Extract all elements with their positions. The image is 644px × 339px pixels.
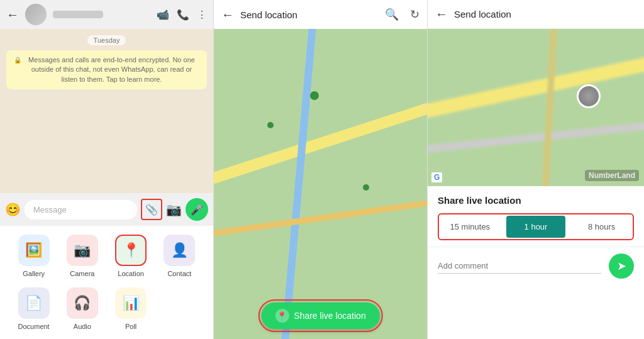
contact-label: Contact — [167, 270, 191, 277]
avatar — [25, 4, 47, 25]
gallery-label: Gallery — [23, 270, 45, 277]
document-icon-wrap: 📄 — [18, 287, 50, 319]
chat-area: Tuesday 🔒 Messages and calls are end-to-… — [0, 29, 213, 193]
camera-attach-icon: 📷 — [74, 242, 91, 258]
camera-button[interactable]: 📷 — [166, 202, 182, 217]
lock-icon: 🔒 — [14, 56, 21, 65]
poll-icon: 📊 — [123, 295, 140, 311]
message-input[interactable]: Message — [25, 200, 137, 220]
share-live-section: Share live location 15 minutes 1 hour 8 … — [428, 186, 644, 247]
attachment-document[interactable]: 📄 Document — [13, 287, 55, 330]
google-logo: G — [431, 172, 442, 182]
panel-share-live-location: ← Send location G NumberLand Share live … — [428, 0, 644, 339]
map-dot-3 — [267, 122, 274, 128]
duration-1hour-button[interactable]: 1 hour — [506, 216, 566, 238]
attachments-grid: 🖼️ Gallery 📷 Camera 📍 Location 👤 Contact — [0, 226, 213, 339]
emoji-button[interactable]: 😊 — [5, 202, 21, 217]
share-live-location-button[interactable]: 📍 Share live location — [261, 303, 379, 329]
send-location-header: ← Send location 🔍 ↻ — [214, 0, 427, 29]
attachment-audio[interactable]: 🎧 Audio — [61, 287, 103, 330]
back-button-2[interactable]: ← — [221, 8, 234, 22]
gallery-icon-wrap: 🖼️ — [18, 235, 50, 266]
watermark: NumberLand — [585, 170, 639, 181]
audio-label: Audio — [74, 323, 91, 330]
camera-icon-wrap: 📷 — [67, 235, 98, 266]
location-label: Location — [118, 270, 144, 277]
attachment-camera[interactable]: 📷 Camera — [61, 235, 103, 277]
map-area-2[interactable]: 📍 Share live location — [214, 29, 427, 339]
duration-8hours-button[interactable]: 8 hours — [572, 216, 631, 238]
video-call-icon[interactable]: 📹 — [157, 9, 169, 21]
encryption-text: Messages and calls are end-to-end encryp… — [24, 55, 199, 84]
mic-icon: 🎤 — [191, 204, 203, 216]
document-icon: 📄 — [25, 295, 42, 311]
location-pin-icon: 📍 — [277, 311, 287, 321]
contact-icon-wrap: 👤 — [164, 235, 195, 266]
attachment-contact[interactable]: 👤 Contact — [158, 235, 201, 277]
panel-whatsapp-chat: ← 📹 📞 ⋮ Tuesday 🔒 Messages and calls are… — [0, 0, 214, 339]
map-blur-overlay — [214, 29, 427, 339]
chat-header: ← 📹 📞 ⋮ — [0, 0, 213, 29]
encryption-notice[interactable]: 🔒 Messages and calls are end-to-end encr… — [6, 50, 207, 89]
share-live-section-title: Share live location — [438, 195, 634, 206]
day-label: Tuesday — [87, 35, 126, 45]
panel-send-location: ← Send location 🔍 ↻ 📍 Share live locatio… — [214, 0, 428, 339]
share-live-header: ← Send location — [428, 0, 644, 29]
input-bar: 😊 Message 📎 📷 🎤 — [0, 193, 213, 226]
send-button[interactable]: ➤ — [609, 253, 634, 279]
poll-icon-wrap: 📊 — [115, 287, 147, 319]
attachment-location[interactable]: 📍 Location — [110, 235, 152, 277]
send-location-title: Send location — [240, 9, 379, 20]
map-area-3: G NumberLand — [428, 29, 644, 186]
attachment-poll[interactable]: 📊 Poll — [110, 287, 152, 330]
header-icons: 📹 📞 ⋮ — [157, 9, 207, 21]
attachment-gallery[interactable]: 🖼️ Gallery — [13, 235, 55, 277]
gallery-icon: 🖼️ — [25, 242, 42, 258]
document-label: Document — [18, 323, 50, 330]
back-button[interactable]: ← — [6, 8, 19, 22]
audio-icon-wrap: 🎧 — [67, 287, 98, 319]
send-icon: ➤ — [617, 259, 626, 273]
poll-label: Poll — [125, 323, 136, 330]
location-icon: 📍 — [123, 242, 140, 258]
add-comment-row: ➤ — [428, 247, 644, 285]
attach-button[interactable]: 📎 — [141, 199, 162, 220]
menu-icon[interactable]: ⋮ — [197, 9, 207, 21]
camera-label: Camera — [70, 270, 94, 277]
paperclip-icon: 📎 — [145, 204, 158, 216]
share-live-title-header: Send location — [454, 9, 636, 19]
duration-buttons: 15 minutes 1 hour 8 hours — [438, 213, 634, 240]
map-dot-1 — [310, 91, 319, 100]
contact-icon: 👤 — [171, 242, 188, 258]
duration-15min-button[interactable]: 15 minutes — [440, 216, 500, 238]
share-live-container: 📍 Share live location — [261, 303, 379, 329]
phone-call-icon[interactable]: 📞 — [177, 9, 189, 21]
map3-blur — [428, 29, 644, 186]
share-live-icon: 📍 — [275, 309, 289, 323]
share-live-label: Share live location — [294, 311, 365, 321]
add-comment-input[interactable] — [438, 258, 601, 274]
location-icon-wrap: 📍 — [115, 235, 147, 266]
back-button-3[interactable]: ← — [435, 7, 448, 21]
map-background — [214, 29, 427, 339]
search-icon[interactable]: 🔍 — [385, 8, 399, 21]
mic-button[interactable]: 🎤 — [186, 198, 208, 221]
refresh-icon[interactable]: ↻ — [410, 8, 419, 21]
contact-info — [53, 11, 150, 18]
user-location-avatar — [577, 84, 601, 108]
map-dot-2 — [363, 184, 369, 191]
audio-icon: 🎧 — [74, 295, 91, 311]
